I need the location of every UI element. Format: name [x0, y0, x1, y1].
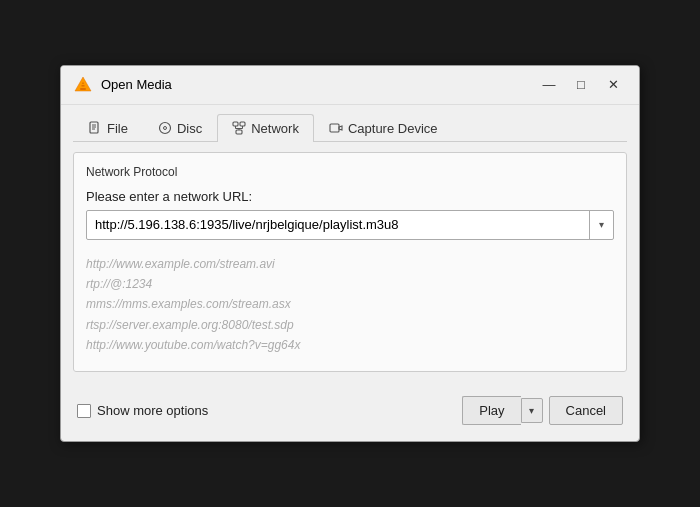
svg-rect-1 [80, 88, 86, 90]
show-more-options-label[interactable]: Show more options [77, 403, 208, 418]
tab-capture[interactable]: Capture Device [314, 114, 453, 142]
show-more-text: Show more options [97, 403, 208, 418]
capture-tab-label: Capture Device [348, 121, 438, 136]
show-more-checkbox[interactable] [77, 404, 91, 418]
disc-tab-label: Disc [177, 121, 202, 136]
panel-title: Network Protocol [86, 165, 614, 179]
disc-tab-icon [158, 121, 172, 135]
file-tab-icon [88, 121, 102, 135]
window-controls: — □ ✕ [535, 74, 627, 96]
hint-4: rtsp://server.example.org:8080/test.sdp [86, 315, 614, 335]
url-input-wrapper: ▾ [86, 210, 614, 240]
cancel-button[interactable]: Cancel [549, 396, 623, 425]
network-tab-label: Network [251, 121, 299, 136]
url-dropdown-button[interactable]: ▾ [589, 211, 613, 239]
app-icon [73, 75, 93, 95]
hint-2: rtp://@:1234 [86, 274, 614, 294]
maximize-button[interactable]: □ [567, 74, 595, 96]
url-input[interactable] [87, 212, 589, 237]
dialog-footer: Show more options Play ▾ Cancel [73, 388, 627, 429]
tab-bar: File Disc Network Capture Device [73, 113, 627, 142]
svg-rect-3 [82, 82, 84, 84]
svg-rect-17 [330, 124, 339, 132]
dialog-content: File Disc Network Capture Device [61, 105, 639, 442]
capture-tab-icon [329, 121, 343, 135]
svg-point-9 [163, 127, 166, 130]
file-tab-label: File [107, 121, 128, 136]
network-tab-icon [232, 121, 246, 135]
url-hints: http://www.example.com/stream.avi rtp://… [86, 250, 614, 360]
svg-marker-18 [339, 126, 342, 130]
close-button[interactable]: ✕ [599, 74, 627, 96]
url-field-label: Please enter a network URL: [86, 189, 614, 204]
open-media-window: Open Media — □ ✕ File Disc [60, 65, 640, 443]
play-dropdown-button[interactable]: ▾ [521, 398, 543, 423]
svg-rect-11 [240, 122, 245, 126]
footer-buttons: Play ▾ Cancel [462, 396, 623, 425]
hint-3: mms://mms.examples.com/stream.asx [86, 294, 614, 314]
title-bar: Open Media — □ ✕ [61, 66, 639, 105]
tab-file[interactable]: File [73, 114, 143, 142]
svg-rect-2 [82, 85, 85, 87]
network-protocol-panel: Network Protocol Please enter a network … [73, 152, 627, 373]
svg-rect-10 [233, 122, 238, 126]
play-button[interactable]: Play [462, 396, 520, 425]
tab-disc[interactable]: Disc [143, 114, 217, 142]
svg-point-8 [159, 123, 170, 134]
svg-rect-12 [236, 130, 242, 134]
hint-5: http://www.youtube.com/watch?v=gg64x [86, 335, 614, 355]
window-title: Open Media [101, 77, 535, 92]
minimize-button[interactable]: — [535, 74, 563, 96]
hint-1: http://www.example.com/stream.avi [86, 254, 614, 274]
tab-network[interactable]: Network [217, 114, 314, 142]
